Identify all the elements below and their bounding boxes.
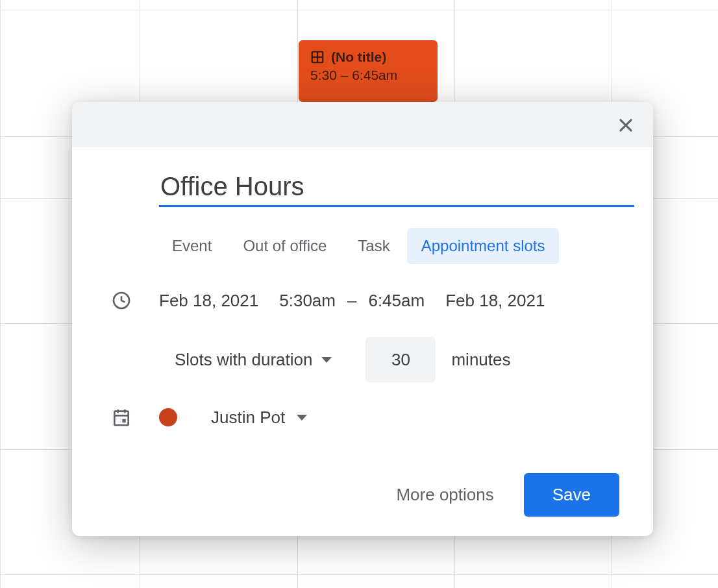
start-time[interactable]: 5:30am [279, 291, 336, 311]
start-date[interactable]: Feb 18, 2021 [159, 291, 258, 311]
tab-event[interactable]: Event [158, 228, 226, 264]
duration-unit-label: minutes [451, 350, 510, 370]
calendar-icon [105, 407, 159, 428]
event-title: (No title) [331, 49, 386, 65]
slots-duration-label: Slots with duration [175, 350, 312, 370]
tab-out-of-office[interactable]: Out of office [229, 228, 341, 264]
more-options-button[interactable]: More options [384, 476, 505, 514]
duration-row: Slots with duration minutes [89, 337, 636, 382]
save-button[interactable]: Save [524, 473, 619, 517]
tab-appointment-slots[interactable]: Appointment slots [407, 228, 560, 264]
appointment-slots-grid-icon [310, 50, 325, 64]
calendar-row: Justin Pot [89, 407, 636, 428]
clock-icon [105, 290, 159, 311]
close-icon [617, 116, 635, 134]
time-row: Feb 18, 2021 5:30am – 6:45am Feb 18, 202… [89, 290, 636, 311]
close-button[interactable] [614, 114, 638, 137]
dialog-footer: More options Save [89, 443, 636, 517]
dialog-header [72, 102, 653, 147]
event-type-tabs: Event Out of office Task Appointment slo… [89, 228, 636, 264]
tab-task[interactable]: Task [343, 228, 404, 264]
calendar-name: Justin Pot [211, 408, 285, 428]
calendar-selector[interactable]: Justin Pot [159, 408, 307, 428]
chevron-down-icon [297, 415, 307, 421]
calendar-event-block[interactable]: (No title) 5:30 – 6:45am [299, 40, 438, 102]
duration-value-input[interactable] [365, 337, 436, 382]
time-dash: – [347, 291, 356, 311]
create-event-dialog: Event Out of office Task Appointment slo… [72, 102, 653, 536]
chevron-down-icon [321, 357, 332, 363]
end-time[interactable]: 6:45am [368, 291, 425, 311]
svg-rect-10 [122, 419, 125, 423]
event-title-input[interactable] [159, 169, 634, 207]
end-date[interactable]: Feb 18, 2021 [445, 291, 545, 311]
slots-duration-dropdown[interactable]: Slots with duration [175, 350, 332, 370]
event-time: 5:30 – 6:45am [310, 67, 426, 83]
svg-rect-6 [114, 411, 128, 425]
calendar-color-dot [159, 408, 177, 426]
